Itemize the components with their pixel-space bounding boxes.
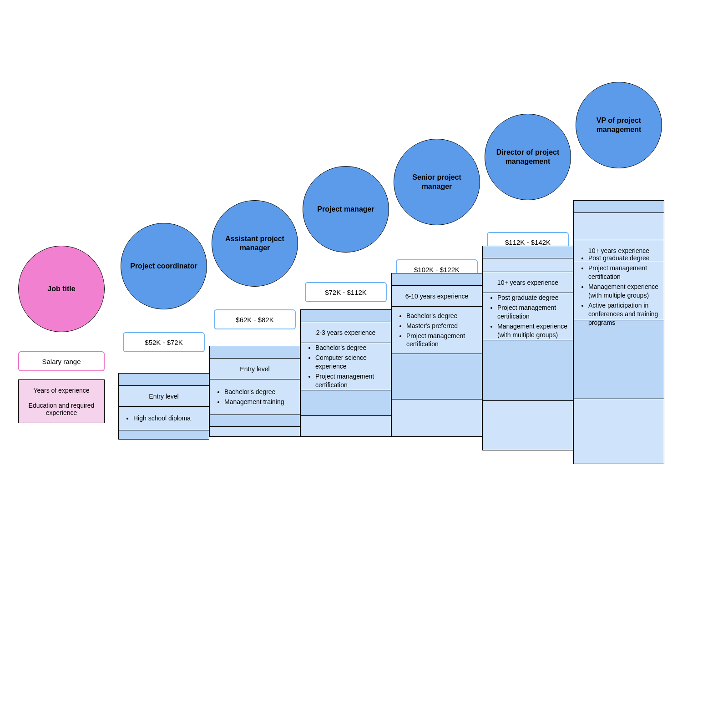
job-title-circle: Assistant project manager: [212, 200, 298, 287]
job-title-text: Director of project management: [490, 148, 566, 166]
salary-range-text: $112K - $142K: [505, 238, 551, 246]
requirements-list: Post graduate degreeProject management c…: [487, 292, 568, 340]
salary-range-text: $62K - $82K: [236, 316, 273, 324]
experience-cell: Entry level: [209, 359, 300, 379]
requirements-list: High school diploma: [123, 413, 191, 424]
legend-job-title-circle: Job title: [18, 246, 105, 332]
career-column: 10+ years experiencePost graduate degree…: [482, 246, 573, 437]
requirement-item: Master's preferred: [406, 322, 477, 330]
requirements-list: Bachelor's degreeComputer science experi…: [305, 342, 386, 390]
requirement-item: Computer science experience: [315, 354, 386, 371]
salary-range-text: $52K - $72K: [145, 339, 182, 346]
column-spacer-bottom: [573, 399, 664, 464]
career-column: Entry levelHigh school diploma: [118, 373, 209, 437]
column-spacer-top: [391, 273, 482, 286]
experience-cell: 6-10 years experience: [391, 286, 482, 307]
experience-text: 6-10 years experience: [405, 293, 469, 300]
requirement-item: Active participation in conferences and …: [588, 301, 659, 327]
column-spacer: [482, 340, 573, 401]
requirements-cell: Post graduate degreeProject management c…: [573, 261, 664, 320]
column-spacer: [300, 390, 391, 416]
legend-years-text: Years of experience: [20, 386, 102, 395]
salary-range-text: $102K - $122K: [414, 266, 460, 273]
requirements-cell: Bachelor's degreeMaster's preferredProje…: [391, 307, 482, 354]
requirement-item: Post graduate degree: [497, 293, 568, 302]
job-title-circle: Project manager: [303, 166, 389, 253]
column-spacer: [573, 320, 664, 399]
column-spacer: [573, 213, 664, 240]
job-title-circle: VP of project management: [576, 82, 662, 168]
legend-job-title-text: Job title: [47, 284, 75, 293]
job-title-circle: Director of project management: [485, 114, 571, 200]
career-column: 6-10 years experienceBachelor's degreeMa…: [391, 273, 482, 437]
requirements-list: Bachelor's degreeMaster's preferredProje…: [396, 310, 477, 350]
career-path-diagram: Job title Salary range Years of experien…: [18, 91, 710, 500]
column-spacer-bottom: [118, 430, 209, 440]
experience-cell: 2-3 years experience: [300, 322, 391, 343]
requirement-item: Project management certification: [497, 303, 568, 321]
requirement-item: Bachelor's degree: [406, 312, 477, 320]
job-title-text: Project manager: [317, 205, 374, 214]
requirement-item: Bachelor's degree: [224, 388, 284, 396]
requirement-item: Post graduate degree: [588, 254, 659, 263]
requirements-cell: Bachelor's degreeComputer science experi…: [300, 343, 391, 390]
column-spacer-top: [300, 309, 391, 322]
job-title-circle: Project coordinator: [121, 223, 207, 309]
requirement-item: Management experience (with multiple gro…: [588, 283, 659, 300]
legend-experience-education-block: Years of experience Education and requir…: [18, 379, 105, 423]
requirement-item: High school diploma: [133, 414, 191, 423]
requirements-cell: Post graduate degreeProject management c…: [482, 293, 573, 340]
job-title-text: Project coordinator: [130, 262, 197, 271]
salary-range-text: $72K - $112K: [325, 288, 367, 296]
column-spacer: [391, 354, 482, 399]
salary-range-box: $72K - $112K: [305, 282, 387, 302]
requirement-item: Bachelor's degree: [315, 344, 386, 352]
experience-cell: Entry level: [118, 386, 209, 407]
requirement-item: Project management certification: [588, 264, 659, 281]
experience-text: Entry level: [149, 393, 178, 400]
requirements-cell: High school diploma: [118, 407, 209, 430]
salary-range-box: $62K - $82K: [214, 309, 296, 329]
experience-cell: 10+ years experience: [482, 272, 573, 293]
requirements-cell: Bachelor's degreeManagement training: [209, 379, 300, 415]
job-title-text: Senior project manager: [399, 173, 475, 191]
job-title-circle: Senior project manager: [394, 139, 480, 225]
legend-salary-range-box: Salary range: [18, 351, 105, 371]
experience-text: 10+ years experience: [497, 279, 558, 286]
salary-range-box: $52K - $72K: [123, 332, 205, 352]
experience-text: 2-3 years experience: [316, 329, 376, 336]
requirement-item: Project management certification: [315, 372, 386, 389]
career-column: Entry levelBachelor's degreeManagement t…: [209, 346, 300, 437]
column-spacer-top: [118, 373, 209, 386]
requirement-item: Management training: [224, 398, 284, 406]
career-column: 10+ years experiencePost graduate degree…: [573, 200, 664, 437]
job-title-text: VP of project management: [581, 116, 657, 134]
job-title-text: Assistant project manager: [217, 234, 293, 253]
column-spacer-top: [209, 346, 300, 359]
legend-education-text: Education and required experience: [20, 401, 102, 417]
requirements-list: Bachelor's degreeManagement training: [214, 386, 284, 408]
requirements-list: Post graduate degreeProject management c…: [578, 253, 659, 328]
column-spacer-top: [482, 246, 573, 258]
experience-text: Entry level: [240, 365, 269, 373]
requirement-item: Management experience (with multiple gro…: [497, 322, 568, 339]
legend-salary-range-text: Salary range: [42, 358, 81, 365]
column-spacer-bottom: [209, 427, 300, 437]
column-spacer: [482, 258, 573, 272]
career-column: 2-3 years experienceBachelor's degreeCom…: [300, 309, 391, 437]
column-spacer-top: [573, 200, 664, 213]
column-spacer-bottom: [300, 416, 391, 437]
requirement-item: Project management certification: [406, 332, 477, 349]
column-spacer-bottom: [391, 399, 482, 437]
column-spacer-bottom: [482, 401, 573, 450]
column-spacer: [209, 415, 300, 427]
